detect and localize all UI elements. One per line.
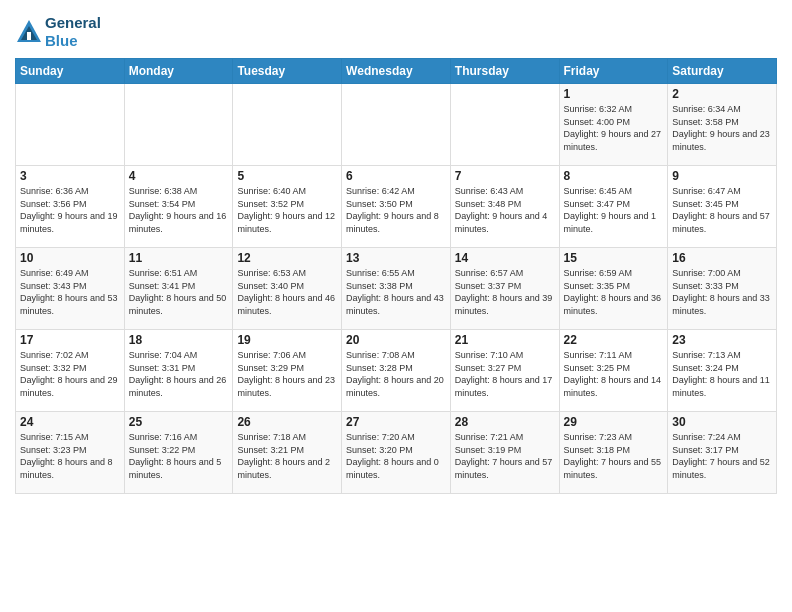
day-info: Sunrise: 7:11 AM Sunset: 3:25 PM Dayligh… xyxy=(564,349,664,399)
calendar-cell: 6Sunrise: 6:42 AM Sunset: 3:50 PM Daylig… xyxy=(342,166,451,248)
day-number: 5 xyxy=(237,169,337,183)
day-info: Sunrise: 6:59 AM Sunset: 3:35 PM Dayligh… xyxy=(564,267,664,317)
day-info: Sunrise: 7:10 AM Sunset: 3:27 PM Dayligh… xyxy=(455,349,555,399)
calendar-cell: 22Sunrise: 7:11 AM Sunset: 3:25 PM Dayli… xyxy=(559,330,668,412)
day-number: 2 xyxy=(672,87,772,101)
calendar-cell: 14Sunrise: 6:57 AM Sunset: 3:37 PM Dayli… xyxy=(450,248,559,330)
calendar-header-wednesday: Wednesday xyxy=(342,59,451,84)
logo-text: General Blue xyxy=(45,14,101,50)
calendar-header-monday: Monday xyxy=(124,59,233,84)
day-number: 4 xyxy=(129,169,229,183)
calendar-cell: 25Sunrise: 7:16 AM Sunset: 3:22 PM Dayli… xyxy=(124,412,233,494)
calendar-cell: 8Sunrise: 6:45 AM Sunset: 3:47 PM Daylig… xyxy=(559,166,668,248)
calendar-week-4: 24Sunrise: 7:15 AM Sunset: 3:23 PM Dayli… xyxy=(16,412,777,494)
day-info: Sunrise: 7:08 AM Sunset: 3:28 PM Dayligh… xyxy=(346,349,446,399)
day-info: Sunrise: 6:38 AM Sunset: 3:54 PM Dayligh… xyxy=(129,185,229,235)
day-number: 16 xyxy=(672,251,772,265)
day-number: 20 xyxy=(346,333,446,347)
calendar-cell: 28Sunrise: 7:21 AM Sunset: 3:19 PM Dayli… xyxy=(450,412,559,494)
calendar-cell: 18Sunrise: 7:04 AM Sunset: 3:31 PM Dayli… xyxy=(124,330,233,412)
calendar-cell: 29Sunrise: 7:23 AM Sunset: 3:18 PM Dayli… xyxy=(559,412,668,494)
calendar-cell: 30Sunrise: 7:24 AM Sunset: 3:17 PM Dayli… xyxy=(668,412,777,494)
logo: General Blue xyxy=(15,14,101,50)
calendar-cell: 24Sunrise: 7:15 AM Sunset: 3:23 PM Dayli… xyxy=(16,412,125,494)
day-info: Sunrise: 7:06 AM Sunset: 3:29 PM Dayligh… xyxy=(237,349,337,399)
day-info: Sunrise: 6:51 AM Sunset: 3:41 PM Dayligh… xyxy=(129,267,229,317)
calendar-week-2: 10Sunrise: 6:49 AM Sunset: 3:43 PM Dayli… xyxy=(16,248,777,330)
day-info: Sunrise: 6:45 AM Sunset: 3:47 PM Dayligh… xyxy=(564,185,664,235)
day-number: 8 xyxy=(564,169,664,183)
calendar-cell xyxy=(124,84,233,166)
calendar-cell: 1Sunrise: 6:32 AM Sunset: 4:00 PM Daylig… xyxy=(559,84,668,166)
day-info: Sunrise: 7:18 AM Sunset: 3:21 PM Dayligh… xyxy=(237,431,337,481)
calendar-header-sunday: Sunday xyxy=(16,59,125,84)
calendar-cell: 21Sunrise: 7:10 AM Sunset: 3:27 PM Dayli… xyxy=(450,330,559,412)
calendar-cell: 16Sunrise: 7:00 AM Sunset: 3:33 PM Dayli… xyxy=(668,248,777,330)
svg-rect-2 xyxy=(27,32,31,40)
day-number: 18 xyxy=(129,333,229,347)
day-number: 24 xyxy=(20,415,120,429)
page: General Blue SundayMondayTuesdayWednesda… xyxy=(0,0,792,612)
calendar-cell: 10Sunrise: 6:49 AM Sunset: 3:43 PM Dayli… xyxy=(16,248,125,330)
calendar-cell: 12Sunrise: 6:53 AM Sunset: 3:40 PM Dayli… xyxy=(233,248,342,330)
calendar-cell xyxy=(342,84,451,166)
day-info: Sunrise: 6:49 AM Sunset: 3:43 PM Dayligh… xyxy=(20,267,120,317)
day-number: 23 xyxy=(672,333,772,347)
day-info: Sunrise: 6:57 AM Sunset: 3:37 PM Dayligh… xyxy=(455,267,555,317)
calendar-cell xyxy=(16,84,125,166)
day-info: Sunrise: 6:53 AM Sunset: 3:40 PM Dayligh… xyxy=(237,267,337,317)
calendar-cell: 7Sunrise: 6:43 AM Sunset: 3:48 PM Daylig… xyxy=(450,166,559,248)
day-number: 21 xyxy=(455,333,555,347)
calendar-cell xyxy=(233,84,342,166)
day-info: Sunrise: 7:21 AM Sunset: 3:19 PM Dayligh… xyxy=(455,431,555,481)
calendar-header-row: SundayMondayTuesdayWednesdayThursdayFrid… xyxy=(16,59,777,84)
day-number: 22 xyxy=(564,333,664,347)
calendar-header-thursday: Thursday xyxy=(450,59,559,84)
day-number: 26 xyxy=(237,415,337,429)
day-number: 11 xyxy=(129,251,229,265)
calendar-cell: 13Sunrise: 6:55 AM Sunset: 3:38 PM Dayli… xyxy=(342,248,451,330)
logo-icon xyxy=(15,18,43,46)
day-number: 27 xyxy=(346,415,446,429)
day-info: Sunrise: 6:36 AM Sunset: 3:56 PM Dayligh… xyxy=(20,185,120,235)
calendar-cell: 19Sunrise: 7:06 AM Sunset: 3:29 PM Dayli… xyxy=(233,330,342,412)
day-info: Sunrise: 7:15 AM Sunset: 3:23 PM Dayligh… xyxy=(20,431,120,481)
calendar-cell: 15Sunrise: 6:59 AM Sunset: 3:35 PM Dayli… xyxy=(559,248,668,330)
calendar-week-0: 1Sunrise: 6:32 AM Sunset: 4:00 PM Daylig… xyxy=(16,84,777,166)
day-info: Sunrise: 7:23 AM Sunset: 3:18 PM Dayligh… xyxy=(564,431,664,481)
calendar-cell: 3Sunrise: 6:36 AM Sunset: 3:56 PM Daylig… xyxy=(16,166,125,248)
day-number: 3 xyxy=(20,169,120,183)
calendar-cell: 5Sunrise: 6:40 AM Sunset: 3:52 PM Daylig… xyxy=(233,166,342,248)
calendar-cell: 26Sunrise: 7:18 AM Sunset: 3:21 PM Dayli… xyxy=(233,412,342,494)
calendar-cell: 20Sunrise: 7:08 AM Sunset: 3:28 PM Dayli… xyxy=(342,330,451,412)
day-number: 29 xyxy=(564,415,664,429)
day-info: Sunrise: 7:04 AM Sunset: 3:31 PM Dayligh… xyxy=(129,349,229,399)
day-number: 9 xyxy=(672,169,772,183)
calendar-cell: 23Sunrise: 7:13 AM Sunset: 3:24 PM Dayli… xyxy=(668,330,777,412)
day-info: Sunrise: 7:02 AM Sunset: 3:32 PM Dayligh… xyxy=(20,349,120,399)
day-info: Sunrise: 7:00 AM Sunset: 3:33 PM Dayligh… xyxy=(672,267,772,317)
calendar-cell: 4Sunrise: 6:38 AM Sunset: 3:54 PM Daylig… xyxy=(124,166,233,248)
day-number: 25 xyxy=(129,415,229,429)
day-number: 13 xyxy=(346,251,446,265)
day-number: 7 xyxy=(455,169,555,183)
day-number: 10 xyxy=(20,251,120,265)
calendar-header-tuesday: Tuesday xyxy=(233,59,342,84)
day-number: 15 xyxy=(564,251,664,265)
day-info: Sunrise: 6:34 AM Sunset: 3:58 PM Dayligh… xyxy=(672,103,772,153)
day-info: Sunrise: 6:40 AM Sunset: 3:52 PM Dayligh… xyxy=(237,185,337,235)
day-info: Sunrise: 7:16 AM Sunset: 3:22 PM Dayligh… xyxy=(129,431,229,481)
day-number: 1 xyxy=(564,87,664,101)
day-number: 28 xyxy=(455,415,555,429)
day-number: 6 xyxy=(346,169,446,183)
calendar-header-friday: Friday xyxy=(559,59,668,84)
calendar-week-3: 17Sunrise: 7:02 AM Sunset: 3:32 PM Dayli… xyxy=(16,330,777,412)
calendar-cell: 17Sunrise: 7:02 AM Sunset: 3:32 PM Dayli… xyxy=(16,330,125,412)
day-info: Sunrise: 6:42 AM Sunset: 3:50 PM Dayligh… xyxy=(346,185,446,235)
calendar-cell: 11Sunrise: 6:51 AM Sunset: 3:41 PM Dayli… xyxy=(124,248,233,330)
day-info: Sunrise: 6:43 AM Sunset: 3:48 PM Dayligh… xyxy=(455,185,555,235)
calendar-header-saturday: Saturday xyxy=(668,59,777,84)
day-number: 19 xyxy=(237,333,337,347)
day-number: 30 xyxy=(672,415,772,429)
day-info: Sunrise: 7:24 AM Sunset: 3:17 PM Dayligh… xyxy=(672,431,772,481)
